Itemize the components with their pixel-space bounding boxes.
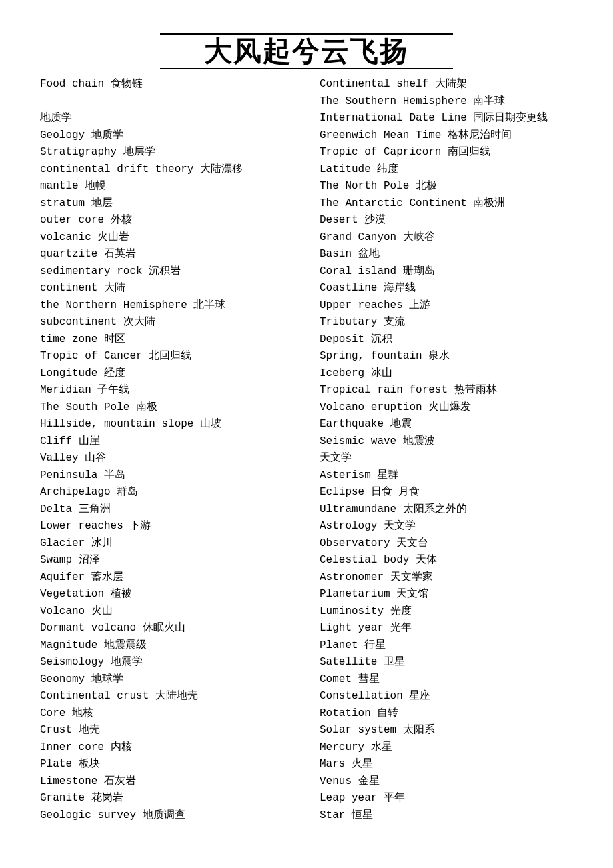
vocab-entry: Crust 地壳 <box>40 722 293 739</box>
vocab-entry: Asterism 星群 <box>320 467 573 485</box>
vocab-entry: Volcano eruption 火山爆发 <box>320 399 573 417</box>
vocab-entry: Eclipse 日食 月食 <box>320 484 573 501</box>
vocab-entry: Ultramundane 太阳系之外的 <box>320 501 573 519</box>
vocab-entry: The Antarctic Continent 南极洲 <box>320 195 573 213</box>
vocab-entry: Magnitude 地震震级 <box>40 637 293 655</box>
vocab-entry: Light year 光年 <box>320 620 573 637</box>
vocab-entry: Mercury 水星 <box>320 739 573 757</box>
vocab-entry: 地质学 <box>40 110 293 127</box>
vocab-entry: Basin 盆地 <box>320 246 573 263</box>
vocab-entry: time zone 时区 <box>40 331 293 349</box>
vocab-entry: Core 地核 <box>40 705 293 723</box>
vocab-entry: subcontinent 次大陆 <box>40 314 293 331</box>
vocab-entry: Hillside, mountain slope 山坡 <box>40 416 293 433</box>
vocab-entry: Meridian 子午线 <box>40 382 293 399</box>
vocab-entry: Coral island 珊瑚岛 <box>320 263 573 281</box>
vocab-entry: Delta 三角洲 <box>40 501 293 519</box>
vocab-entry: Limestone 石灰岩 <box>40 773 293 791</box>
vocab-entry: Archipelago 群岛 <box>40 484 293 501</box>
vocab-entry: Inner core 内核 <box>40 739 293 757</box>
vocab-entry: Celestial body 天体 <box>320 552 573 569</box>
vocab-entry: Continental shelf 大陆架 <box>320 76 573 93</box>
vocab-entry: mantle 地幔 <box>40 178 293 195</box>
vocab-entry: Venus 金星 <box>320 773 573 791</box>
vocab-entry: Valley 山谷 <box>40 450 293 467</box>
document-page: 大风起兮云飞扬 Food chain 食物链地质学Geology 地质学Stra… <box>0 0 613 851</box>
vocab-entry: Dormant volcano 休眠火山 <box>40 620 293 637</box>
vocab-entry: Upper reaches 上游 <box>320 297 573 315</box>
vocab-entry: Food chain 食物链 <box>40 76 293 93</box>
vocab-entry: Greenwich Mean Time 格林尼治时间 <box>320 127 573 145</box>
vocab-entry: Geology 地质学 <box>40 127 293 145</box>
vocab-entry: Tropical rain forest 热带雨林 <box>320 382 573 399</box>
vocab-entry: Vegetation 植被 <box>40 586 293 603</box>
vocab-entry: the Northern Hemisphere 北半球 <box>40 297 293 315</box>
vocab-entry: Seismology 地震学 <box>40 654 293 671</box>
document-header: 大风起兮云飞扬 <box>40 33 573 69</box>
vocab-entry: Comet 彗星 <box>320 671 573 689</box>
vocab-entry: Planet 行星 <box>320 637 573 655</box>
vocab-entry: Observatory 天文台 <box>320 535 573 553</box>
vocab-entry: Desert 沙漠 <box>320 212 573 229</box>
vocab-entry: Continental crust 大陆地壳 <box>40 688 293 705</box>
vocab-entry: The Southern Hemisphere 南半球 <box>320 93 573 111</box>
vocab-entry: Coastline 海岸线 <box>320 280 573 297</box>
vocab-entry: Plate 板块 <box>40 756 293 773</box>
vocab-entry: Satellite 卫星 <box>320 654 573 671</box>
vocab-entry: Swamp 沼泽 <box>40 552 293 569</box>
vocab-entry: Rotation 自转 <box>320 705 573 723</box>
vocab-entry: Earthquake 地震 <box>320 416 573 433</box>
vocab-entry: Spring, fountain 泉水 <box>320 348 573 365</box>
vocab-entry: Tributary 支流 <box>320 314 573 331</box>
vocab-entry: quartzite 石英岩 <box>40 246 293 263</box>
vocab-entry: Star 恒星 <box>320 807 573 825</box>
left-column: Food chain 食物链地质学Geology 地质学Stratigraphy… <box>40 76 293 824</box>
header-rule <box>160 33 453 35</box>
vocab-entry: Granite 花岗岩 <box>40 790 293 807</box>
vocab-entry: stratum 地层 <box>40 195 293 213</box>
vocab-entry: continent 大陆 <box>40 280 293 297</box>
vocab-entry: Astronomer 天文学家 <box>320 569 573 587</box>
right-column: Continental shelf 大陆架The Southern Hemisp… <box>320 76 573 824</box>
vocab-entry: Latitude 纬度 <box>320 161 573 179</box>
vocab-entry: Constellation 星座 <box>320 688 573 705</box>
vocab-entry: Geonomy 地球学 <box>40 671 293 689</box>
vocab-entry: The South Pole 南极 <box>40 399 293 417</box>
vocab-entry: Peninsula 半岛 <box>40 467 293 485</box>
vocab-entry: Glacier 冰川 <box>40 535 293 553</box>
vocab-entry: Seismic wave 地震波 <box>320 433 573 451</box>
vocab-entry: sedimentary rock 沉积岩 <box>40 263 293 281</box>
vocab-entry: Cliff 山崖 <box>40 433 293 451</box>
page-title: 大风起兮云飞扬 <box>160 36 453 69</box>
vocab-entry: continental drift theory 大陆漂移 <box>40 161 293 179</box>
vocab-entry: outer core 外核 <box>40 212 293 229</box>
vocab-entry: Volcano 火山 <box>40 603 293 621</box>
blank-line <box>40 93 293 111</box>
vocab-entry: Geologic survey 地质调查 <box>40 807 293 825</box>
vocab-entry: Planetarium 天文馆 <box>320 586 573 603</box>
vocab-entry: volcanic 火山岩 <box>40 229 293 247</box>
vocab-entry: Deposit 沉积 <box>320 331 573 349</box>
vocab-entry: Mars 火星 <box>320 756 573 773</box>
vocab-entry: Solar system 太阳系 <box>320 722 573 739</box>
content-columns: Food chain 食物链地质学Geology 地质学Stratigraphy… <box>40 76 573 824</box>
vocab-entry: Aquifer 蓄水层 <box>40 569 293 587</box>
vocab-entry: Tropic of Capricorn 南回归线 <box>320 144 573 161</box>
vocab-entry: Iceberg 冰山 <box>320 365 573 383</box>
vocab-entry: Stratigraphy 地层学 <box>40 144 293 161</box>
vocab-entry: Lower reaches 下游 <box>40 518 293 535</box>
vocab-entry: Luminosity 光度 <box>320 603 573 621</box>
vocab-entry: International Date Line 国际日期变更线 <box>320 110 573 127</box>
vocab-entry: Longitude 经度 <box>40 365 293 383</box>
vocab-entry: 天文学 <box>320 450 573 467</box>
vocab-entry: Astrology 天文学 <box>320 518 573 535</box>
vocab-entry: The North Pole 北极 <box>320 178 573 195</box>
vocab-entry: Grand Canyon 大峡谷 <box>320 229 573 247</box>
vocab-entry: Leap year 平年 <box>320 790 573 807</box>
vocab-entry: Tropic of Cancer 北回归线 <box>40 348 293 365</box>
